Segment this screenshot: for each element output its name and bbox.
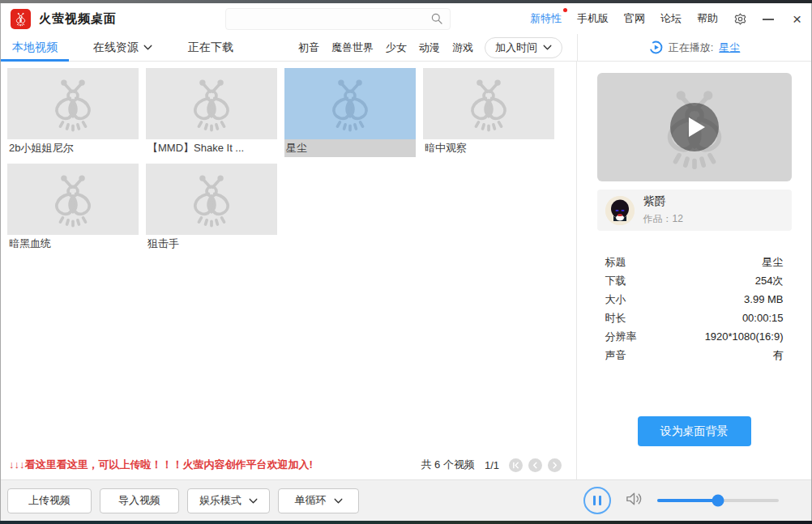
- pager: [509, 458, 562, 472]
- search-box[interactable]: [225, 8, 451, 30]
- bottom-toolbar: 上传视频 导入视频 娱乐模式 单循环: [1, 479, 811, 521]
- category-anime[interactable]: 动漫: [419, 40, 440, 55]
- main-footer: ↓↓↓看这里看这里，可以上传啦！！！火萤内容创作平台欢迎加入! 共 6 个视频 …: [1, 450, 576, 479]
- desktop-edge-bottom: [0, 521, 812, 524]
- tab-local-videos[interactable]: 本地视频: [1, 34, 69, 61]
- category-links: 初音 魔兽世界 少女 动漫 游戏: [298, 40, 473, 55]
- next-page-button[interactable]: [548, 458, 562, 472]
- video-count: 共 6 个视频: [421, 458, 474, 472]
- video-thumbnail[interactable]: [146, 68, 277, 139]
- player-controls: [583, 487, 805, 514]
- video-details: 标题 星尘 下载 254次 大小 3.99 MB 时长 00:00:15 分辨率: [605, 253, 784, 364]
- firefly-placeholder-icon: [182, 169, 241, 229]
- video-card[interactable]: 2b小姐姐尼尔: [7, 68, 139, 157]
- category-warcraft[interactable]: 魔兽世界: [331, 40, 374, 55]
- detail-row-sound: 声音 有: [605, 346, 784, 364]
- header-links: 新特性 手机版 官网 论坛 帮助 ×: [530, 11, 801, 27]
- content-area: 2b小姐姐尼尔 【MMD】Shake It ... 星尘 暗中观察 暗黑血统 狙…: [1, 62, 811, 479]
- video-thumbnail[interactable]: [7, 164, 139, 235]
- now-playing-label: 正在播放:: [669, 40, 714, 55]
- video-thumbnail[interactable]: [423, 68, 554, 139]
- import-video-button[interactable]: 导入视频: [100, 488, 179, 513]
- nav-row: 本地视频 在线资源 正在下载 初音 魔兽世界 少女 动漫 游戏 加入时间: [1, 34, 811, 62]
- author-avatar: [605, 196, 635, 225]
- volume-slider-fill: [657, 499, 718, 502]
- title-bar: 火萤视频桌面 新特性 手机版 官网 论坛 帮助 ×: [1, 3, 811, 34]
- search-icon[interactable]: [430, 12, 443, 25]
- app-title: 火萤视频桌面: [39, 11, 117, 27]
- now-playing-bar: 正在播放: 星尘: [577, 34, 811, 61]
- video-card[interactable]: 【MMD】Shake It ...: [146, 68, 277, 157]
- video-preview: [597, 73, 792, 181]
- new-features-badge-dot: [563, 8, 567, 12]
- video-card[interactable]: 狙击手: [146, 164, 277, 253]
- video-thumbnail[interactable]: [7, 68, 139, 139]
- app-window: 火萤视频桌面 新特性 手机版 官网 论坛 帮助 ×: [0, 3, 812, 521]
- link-help[interactable]: 帮助: [697, 11, 718, 26]
- volume-slider[interactable]: [657, 499, 779, 502]
- prev-page-button[interactable]: [528, 458, 542, 472]
- now-playing-title-link[interactable]: 星尘: [719, 40, 740, 55]
- video-title: 暗黑血统: [7, 235, 139, 253]
- video-card[interactable]: 暗中观察: [423, 68, 554, 157]
- author-card[interactable]: 紫爵 作品：12: [597, 190, 792, 231]
- tab-downloading[interactable]: 正在下载: [177, 34, 245, 61]
- announcement-text[interactable]: ↓↓↓看这里看这里，可以上传啦！！！火萤内容创作平台欢迎加入!: [9, 458, 313, 472]
- firefly-placeholder-icon: [182, 74, 241, 134]
- volume-slider-thumb[interactable]: [712, 495, 724, 507]
- playing-status-icon: [649, 40, 663, 54]
- author-name: 紫爵: [643, 194, 683, 209]
- page-indicator: 1/1: [485, 459, 499, 471]
- video-title: 星尘: [284, 139, 416, 157]
- play-button[interactable]: [670, 103, 719, 151]
- video-title: 【MMD】Shake It ...: [146, 139, 277, 157]
- link-forum[interactable]: 论坛: [660, 11, 682, 26]
- pause-button[interactable]: [583, 487, 611, 514]
- detail-row-duration: 时长 00:00:15: [605, 309, 784, 327]
- player-sidebar: 紫爵 作品：12 标题 星尘 下载 254次 大小 3.99 MB: [577, 62, 811, 479]
- video-card[interactable]: 星尘: [284, 68, 416, 157]
- firefly-placeholder-icon: [43, 169, 103, 229]
- firefly-placeholder-icon: [320, 74, 380, 134]
- minimize-button[interactable]: [763, 19, 774, 20]
- category-chuyin[interactable]: 初音: [298, 40, 319, 55]
- chevron-down-icon: [249, 498, 258, 504]
- pause-bar-icon: [593, 496, 596, 505]
- category-girl[interactable]: 少女: [386, 40, 407, 55]
- first-page-button[interactable]: [509, 458, 523, 472]
- sort-dropdown[interactable]: 加入时间: [485, 37, 562, 58]
- volume-icon[interactable]: [625, 491, 643, 510]
- set-wallpaper-button[interactable]: 设为桌面背景: [638, 416, 751, 446]
- video-thumbnail[interactable]: [146, 164, 277, 235]
- detail-row-downloads: 下载 254次: [605, 271, 784, 290]
- video-title: 2b小姐姐尼尔: [7, 139, 139, 157]
- loop-dropdown[interactable]: 单循环: [278, 488, 359, 513]
- video-grid: 2b小姐姐尼尔 【MMD】Shake It ... 星尘 暗中观察 暗黑血统 狙…: [1, 62, 576, 450]
- firefly-placeholder-icon: [43, 74, 103, 134]
- mode-dropdown[interactable]: 娱乐模式: [187, 488, 270, 513]
- close-button[interactable]: ×: [793, 11, 801, 27]
- author-info: 紫爵 作品：12: [643, 194, 683, 226]
- video-thumbnail[interactable]: [284, 68, 416, 139]
- video-title: 狙击手: [146, 235, 277, 253]
- nav-main: 本地视频 在线资源 正在下载 初音 魔兽世界 少女 动漫 游戏 加入时间: [1, 34, 577, 61]
- video-card[interactable]: 暗黑血统: [7, 164, 139, 253]
- detail-row-size: 大小 3.99 MB: [605, 290, 784, 309]
- video-title: 暗中观察: [423, 139, 554, 157]
- chevron-down-icon: [143, 45, 152, 50]
- link-mobile-version[interactable]: 手机版: [577, 11, 609, 26]
- settings-gear-icon[interactable]: [733, 12, 747, 26]
- link-official-site[interactable]: 官网: [624, 11, 645, 26]
- pause-bar-icon: [599, 496, 601, 505]
- link-new-features[interactable]: 新特性: [530, 11, 562, 26]
- tab-online-resources[interactable]: 在线资源: [82, 34, 164, 61]
- app-logo-icon: [11, 9, 31, 29]
- desktop-edge-top: [0, 0, 812, 3]
- detail-row-title: 标题 星尘: [605, 253, 784, 271]
- category-game[interactable]: 游戏: [452, 40, 473, 55]
- chevron-down-icon: [334, 498, 343, 504]
- upload-video-button[interactable]: 上传视频: [7, 488, 92, 513]
- author-works-count: 作品：12: [643, 212, 683, 226]
- chevron-down-icon: [543, 45, 552, 50]
- search-input[interactable]: [233, 13, 430, 25]
